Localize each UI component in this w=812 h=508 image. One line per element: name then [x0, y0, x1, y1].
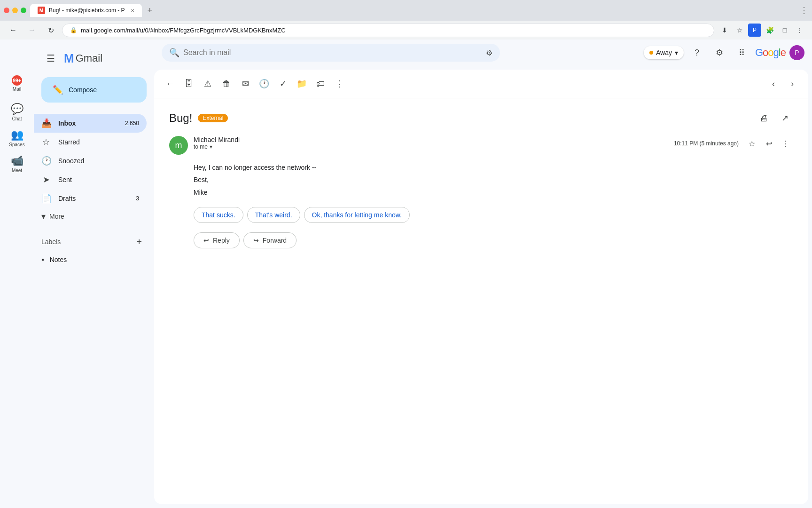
- browser-nav: ← → ↻ 🔒 mail.google.com/mail/u/0/#inbox/…: [0, 21, 812, 40]
- sidebar-item-snoozed[interactable]: 🕐 Snoozed: [34, 151, 147, 170]
- sidebar-item-mail[interactable]: 99+ Mail: [4, 72, 30, 95]
- away-status-badge[interactable]: Away ▾: [644, 46, 684, 59]
- to-label: to me: [194, 143, 208, 150]
- smart-reply-3[interactable]: Ok, thanks for letting me know.: [304, 207, 410, 223]
- open-in-new-button[interactable]: ↗: [776, 110, 793, 127]
- extension1-icon[interactable]: P: [748, 24, 761, 37]
- new-tab-button[interactable]: +: [146, 4, 155, 17]
- labels-section: Labels + ▪ Notes: [34, 229, 154, 272]
- archive-button[interactable]: 🗄: [180, 75, 197, 92]
- mark-unread-button[interactable]: ✉: [237, 75, 254, 92]
- search-input[interactable]: [183, 48, 482, 57]
- nav-section: 📥 Inbox 2,650 ☆ Starred 🕐 Snoozed ➤ Sent…: [34, 110, 154, 229]
- more-options-button[interactable]: ⋮: [331, 75, 348, 92]
- gmail-logo-area: ☰ M Gmail: [34, 43, 154, 73]
- extension3-icon[interactable]: □: [778, 24, 791, 37]
- reply-email-button[interactable]: ↩: [761, 136, 776, 151]
- back-to-inbox-button[interactable]: ←: [162, 75, 179, 92]
- forward-icon: ↪: [253, 237, 259, 244]
- reload-button[interactable]: ↻: [43, 23, 58, 38]
- sidebar-item-meet[interactable]: 📹 Meet: [4, 152, 30, 176]
- snoozed-label: Snoozed: [58, 157, 139, 165]
- help-button[interactable]: ?: [687, 43, 706, 62]
- profile-avatar[interactable]: P: [789, 45, 804, 60]
- toolbar-right: ‹ ›: [765, 75, 801, 92]
- sender-to[interactable]: to me ▾: [194, 143, 668, 150]
- email-viewer: ← 🗄 ⚠ 🗑 ✉ 🕐 ✓ 📁 🏷 ⋮ ‹ › Bug!: [154, 70, 808, 504]
- smart-replies: That sucks. That's weird. Ok, thanks for…: [194, 207, 793, 223]
- body-line1: Hey, I can no longer access the network …: [194, 162, 793, 173]
- snooze-button[interactable]: 🕐: [256, 75, 273, 92]
- prev-email-button[interactable]: ‹: [765, 75, 782, 92]
- nav-icons: ⬇ ☆ P 🧩 □ ⋮: [718, 24, 806, 37]
- sidebar-item-starred[interactable]: ☆ Starred: [34, 133, 147, 151]
- settings-button[interactable]: ⚙: [710, 43, 729, 62]
- search-filter-button[interactable]: ⚙: [486, 48, 492, 57]
- spam-button[interactable]: ⚠: [199, 75, 216, 92]
- mail-badge: 99+: [12, 75, 22, 86]
- google-logo: Google: [755, 47, 786, 59]
- browser-dots: [4, 8, 26, 13]
- download-icon[interactable]: ⬇: [718, 24, 731, 37]
- search-bar[interactable]: 🔍 ⚙: [162, 44, 500, 62]
- move-to-button[interactable]: 📁: [293, 75, 310, 92]
- away-label: Away: [656, 49, 672, 56]
- close-dot[interactable]: [4, 8, 9, 13]
- sidebar-item-drafts[interactable]: 📄 Drafts 3: [34, 189, 147, 208]
- add-label-button[interactable]: +: [132, 234, 147, 249]
- more-email-actions-button[interactable]: ⋮: [778, 136, 793, 151]
- sidebar-item-chat[interactable]: 💬 Chat: [4, 100, 30, 124]
- compose-label: Compose: [69, 86, 97, 94]
- smart-reply-2[interactable]: That's weird.: [247, 207, 300, 223]
- browser-tab[interactable]: M Bug! - mike@pixiebrix.com - P ✕: [30, 4, 142, 17]
- topbar: 🔍 ⚙ Away ▾ ? ⚙ ⠿ Google P: [154, 40, 812, 66]
- compose-button[interactable]: ✏️ Compose: [41, 77, 147, 103]
- browser-menu-icon[interactable]: ⋮: [800, 5, 808, 16]
- gmail-app: 99+ Mail 💬 Chat 👥 Spaces 📹 Meet ☰ M Gmai…: [0, 40, 812, 508]
- email-quick-actions: ☆ ↩ ⋮: [744, 136, 793, 151]
- forward-button[interactable]: →: [24, 23, 39, 38]
- reply-icon: ↩: [203, 237, 209, 244]
- inbox-label: Inbox: [58, 119, 117, 127]
- chrome-menu-icon[interactable]: ⋮: [793, 24, 806, 37]
- spaces-label: Spaces: [9, 142, 24, 147]
- notes-label: Notes: [50, 256, 67, 263]
- email-meta: 10:11 PM (5 minutes ago) ☆ ↩ ⋮: [674, 136, 793, 151]
- maximize-dot[interactable]: [21, 8, 26, 13]
- print-button[interactable]: 🖨: [756, 110, 773, 127]
- subject-actions: 🖨 ↗: [756, 110, 793, 127]
- address-bar[interactable]: 🔒 mail.google.com/mail/u/0/#inbox/FMfcgz…: [62, 24, 714, 37]
- bookmark-icon[interactable]: ☆: [733, 24, 746, 37]
- sidebar-item-spaces[interactable]: 👥 Spaces: [4, 126, 30, 150]
- star-email-button[interactable]: ☆: [744, 136, 759, 151]
- starred-icon: ☆: [41, 137, 51, 147]
- forward-label: Forward: [263, 237, 287, 244]
- extension2-icon[interactable]: 🧩: [763, 24, 776, 37]
- reply-button[interactable]: ↩ Reply: [194, 232, 240, 248]
- forward-button[interactable]: ↪ Forward: [243, 232, 297, 248]
- sidebar-item-sent[interactable]: ➤ Sent: [34, 170, 147, 189]
- starred-label: Starred: [58, 138, 139, 146]
- label-button[interactable]: 🏷: [312, 75, 329, 92]
- apps-button[interactable]: ⠿: [733, 43, 751, 62]
- body-line2: Best,: [194, 175, 793, 185]
- label-item-notes[interactable]: ▪ Notes: [34, 251, 147, 268]
- smart-reply-1[interactable]: That sucks.: [194, 207, 243, 223]
- body-line3: Mike: [194, 187, 793, 198]
- url-display: mail.google.com/mail/u/0/#inbox/FMfcgzGr…: [81, 27, 286, 34]
- snoozed-icon: 🕐: [41, 156, 51, 166]
- labels-header: Labels +: [34, 232, 154, 251]
- email-timestamp: 10:11 PM (5 minutes ago): [674, 140, 739, 147]
- minimize-dot[interactable]: [12, 8, 18, 13]
- tab-close-button[interactable]: ✕: [131, 8, 134, 13]
- next-email-button[interactable]: ›: [784, 75, 801, 92]
- more-button[interactable]: ▾ More: [34, 208, 147, 225]
- menu-button[interactable]: ☰: [41, 49, 60, 68]
- back-button[interactable]: ←: [6, 23, 21, 38]
- spaces-icon: 👥: [11, 129, 23, 141]
- task-button[interactable]: ✓: [274, 75, 291, 92]
- email-subject-area: Bug! External 🖨 ↗: [169, 110, 793, 127]
- reply-actions: ↩ Reply ↪ Forward: [194, 232, 793, 248]
- delete-button[interactable]: 🗑: [218, 75, 235, 92]
- sidebar-item-inbox[interactable]: 📥 Inbox 2,650: [34, 114, 147, 133]
